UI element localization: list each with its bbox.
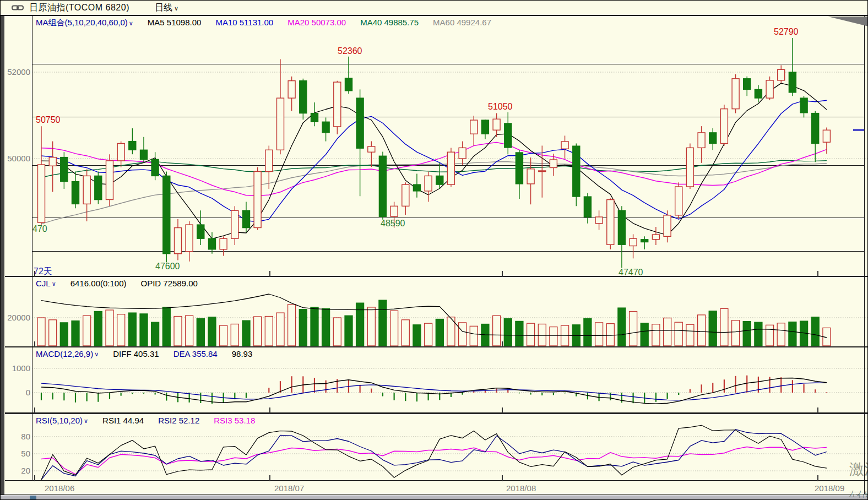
chevron-down-icon: ∨ <box>84 417 88 425</box>
svg-text:470: 470 <box>32 224 47 233</box>
svg-text:2018/06: 2018/06 <box>45 483 74 493</box>
macd-indicator-row: MACD(12,26,9) ∨ DIFF 405.31 DEA 355.84 9… <box>36 349 252 358</box>
svg-text:72天: 72天 <box>34 267 52 276</box>
cjl-label: CJL <box>36 279 51 288</box>
macd-hist-value: 98.93 <box>232 349 253 358</box>
rsi3-value: RSI3 53.18 <box>214 416 255 425</box>
diff-value: DIFF 405.31 <box>113 349 159 358</box>
chevron-down-icon: ∨ <box>129 20 133 27</box>
macd-layer <box>41 376 827 404</box>
opid-value: OPID 72589.00 <box>141 279 198 288</box>
svg-text:50000: 50000 <box>7 154 30 163</box>
candles-layer <box>38 38 831 268</box>
chart-application-window: 507504704760072天523604859051050474705279… <box>0 0 868 500</box>
chevron-down-icon: ∨ <box>52 280 56 287</box>
svg-text:50: 50 <box>21 449 30 458</box>
ma40-value: MA40 49885.75 <box>360 18 419 28</box>
ma60-value: MA60 49924.67 <box>433 18 491 28</box>
volume-layer <box>37 294 831 346</box>
svg-text:50750: 50750 <box>36 115 61 124</box>
svg-text:51050: 51050 <box>488 102 513 111</box>
svg-text:48590: 48590 <box>381 219 405 228</box>
rsi2-value: RSI2 52.12 <box>158 416 199 425</box>
rsi-dropdown[interactable]: RSI(5,10,20) ∨ <box>36 416 88 425</box>
ma10-value: MA10 51131.00 <box>215 18 273 28</box>
macd-label: MACD(12,26,9) <box>36 349 93 358</box>
cjl-dropdown[interactable]: CJL ∨ <box>36 279 56 288</box>
macd-dropdown[interactable]: MACD(12,26,9) ∨ <box>36 349 99 358</box>
corner-decoration <box>824 17 868 28</box>
ma5-value: MA5 51098.00 <box>148 18 202 28</box>
svg-text:2018/08: 2018/08 <box>506 483 536 493</box>
svg-text:2018/07: 2018/07 <box>274 483 304 493</box>
ma-lines-layer <box>41 83 827 239</box>
chevron-down-icon: ∨ <box>94 351 99 358</box>
rsi-label: RSI(5,10,20) <box>36 416 83 425</box>
svg-text:1000: 1000 <box>12 363 30 373</box>
ma-indicator-row: MA组合(5,10,20,40,60,0) ∨ MA5 51098.00 MA1… <box>36 18 491 28</box>
svg-text:52360: 52360 <box>338 46 362 56</box>
ma-settings-label: MA组合(5,10,20,40,60,0) <box>36 18 128 28</box>
volume-indicator-row: CJL ∨ 6416.00(0:100) OPID 72589.00 <box>36 279 198 288</box>
rsi-layer <box>41 425 827 480</box>
svg-text:47600: 47600 <box>155 262 180 271</box>
cjl-value: 6416.00(0:100) <box>70 279 127 288</box>
ma-settings-dropdown[interactable]: MA组合(5,10,20,40,60,0) ∨ <box>36 18 133 28</box>
svg-text:0: 0 <box>26 388 30 397</box>
svg-text:80: 80 <box>21 432 30 441</box>
svg-text:2018/09: 2018/09 <box>815 483 844 493</box>
ma20-value: MA20 50073.00 <box>287 18 346 28</box>
svg-text:20: 20 <box>21 466 30 475</box>
svg-text:20000: 20000 <box>7 313 30 322</box>
svg-text:52000: 52000 <box>7 67 30 77</box>
svg-text:52790: 52790 <box>774 27 799 36</box>
dea-value: DEA 355.84 <box>173 349 218 358</box>
rsi1-value: RSI1 44.94 <box>102 416 144 425</box>
rsi-indicator-row: RSI(5,10,20) ∨ RSI1 44.94 RSI2 52.12 RSI… <box>36 416 255 425</box>
svg-text:47470: 47470 <box>619 268 643 277</box>
